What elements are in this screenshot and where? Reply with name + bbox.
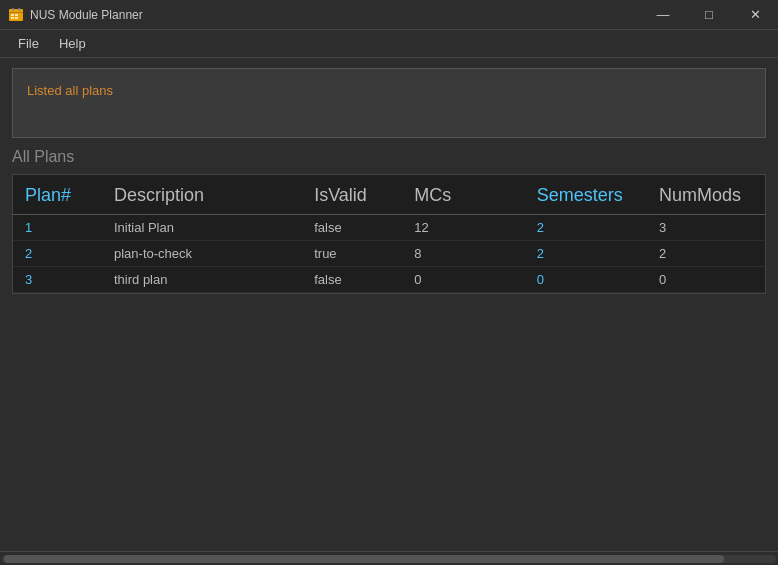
close-button[interactable]: ✕ [732, 0, 778, 30]
cell-isvalid-2: true [302, 241, 402, 267]
table-row[interactable]: 2 plan-to-check true 8 2 2 [13, 241, 765, 267]
svg-rect-4 [11, 14, 14, 16]
cell-description-3: third plan [102, 267, 302, 293]
minimize-button[interactable]: — [640, 0, 686, 30]
status-area: Listed all plans [12, 68, 766, 138]
cell-nummods-1: 3 [647, 215, 765, 241]
svg-rect-3 [18, 8, 20, 11]
cell-plan-num-2: 2 [13, 241, 102, 267]
scrollbar-thumb[interactable] [4, 555, 724, 563]
svg-rect-5 [15, 14, 18, 16]
svg-rect-2 [12, 8, 14, 11]
cell-description-1: Initial Plan [102, 215, 302, 241]
col-header-nummods: NumMods [647, 175, 765, 215]
menu-bar: File Help [0, 30, 778, 58]
cell-mcs-3: 0 [402, 267, 524, 293]
maximize-button[interactable]: □ [686, 0, 732, 30]
cell-isvalid-1: false [302, 215, 402, 241]
window-title: NUS Module Planner [30, 8, 143, 22]
cell-mcs-1: 12 [402, 215, 524, 241]
col-header-description: Description [102, 175, 302, 215]
title-bar-left: NUS Module Planner [8, 7, 143, 23]
plans-table-container: Plan# Description IsValid MCs Semesters … [12, 174, 766, 294]
col-header-semesters: Semesters [525, 175, 647, 215]
scrollbar-area[interactable] [0, 551, 778, 565]
window-controls: — □ ✕ [640, 0, 778, 30]
cell-mcs-2: 8 [402, 241, 524, 267]
cell-semesters-3: 0 [525, 267, 647, 293]
table-row[interactable]: 3 third plan false 0 0 0 [13, 267, 765, 293]
title-bar: NUS Module Planner — □ ✕ [0, 0, 778, 30]
cell-isvalid-3: false [302, 267, 402, 293]
cell-plan-num-3: 3 [13, 267, 102, 293]
menu-help[interactable]: Help [49, 32, 96, 55]
plans-table: Plan# Description IsValid MCs Semesters … [13, 175, 765, 293]
cell-semesters-1: 2 [525, 215, 647, 241]
table-header-row: Plan# Description IsValid MCs Semesters … [13, 175, 765, 215]
cell-semesters-2: 2 [525, 241, 647, 267]
svg-rect-1 [9, 12, 23, 13]
cell-plan-num-1: 1 [13, 215, 102, 241]
cell-nummods-2: 2 [647, 241, 765, 267]
col-header-plan: Plan# [13, 175, 102, 215]
svg-rect-6 [11, 17, 14, 19]
app-icon [8, 7, 24, 23]
svg-rect-7 [15, 17, 18, 19]
cell-description-2: plan-to-check [102, 241, 302, 267]
table-row[interactable]: 1 Initial Plan false 12 2 3 [13, 215, 765, 241]
plans-tbody: 1 Initial Plan false 12 2 3 2 plan-to-ch… [13, 215, 765, 293]
plans-section: All Plans Plan# Description IsValid MCs … [12, 148, 766, 294]
status-message: Listed all plans [27, 83, 113, 98]
scrollbar-track [2, 555, 776, 563]
cell-nummods-3: 0 [647, 267, 765, 293]
col-header-isvalid: IsValid [302, 175, 402, 215]
col-header-mcs: MCs [402, 175, 524, 215]
menu-file[interactable]: File [8, 32, 49, 55]
plans-title: All Plans [12, 148, 766, 166]
